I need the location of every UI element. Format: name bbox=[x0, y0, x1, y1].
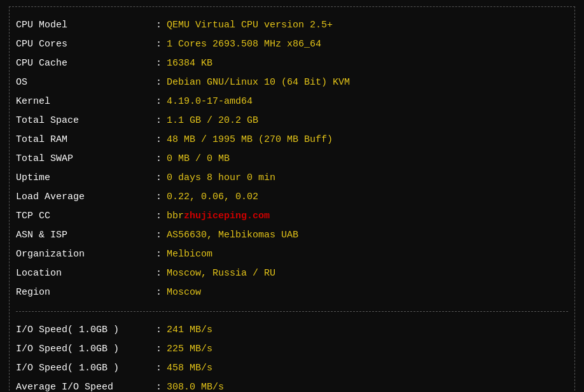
row-label: TCP CC bbox=[16, 209, 156, 224]
row-colon: : bbox=[156, 94, 162, 109]
row-value: 4.19.0-17-amd64 bbox=[167, 94, 253, 109]
row-value: 458 MB/s bbox=[167, 361, 212, 376]
row-colon: : bbox=[156, 190, 162, 205]
row-colon: : bbox=[156, 37, 162, 52]
system-row: TCP CC: bbr zhujiceping.com bbox=[16, 207, 568, 226]
row-value: Debian GNU/Linux 10 (64 Bit) KVM bbox=[167, 75, 350, 90]
io-section: I/O Speed( 1.0GB ): 241 MB/sI/O Speed( 1… bbox=[16, 317, 568, 392]
row-label: I/O Speed( 1.0GB ) bbox=[16, 361, 156, 376]
row-label: Total RAM bbox=[16, 132, 156, 148]
row-colon: : bbox=[156, 361, 162, 376]
row-colon: : bbox=[156, 113, 162, 129]
system-row: Total RAM: 48 MB / 1995 MB (270 MB Buff) bbox=[16, 130, 568, 150]
row-label: Location bbox=[16, 266, 156, 281]
system-info-section: CPU Model: QEMU Virtual CPU version 2.5+… bbox=[16, 12, 568, 306]
row-label: ASN & ISP bbox=[16, 228, 156, 243]
row-value: 1.1 GB / 20.2 GB bbox=[167, 113, 258, 129]
system-row: Uptime: 0 days 8 hour 0 min bbox=[16, 169, 568, 188]
row-label: Kernel bbox=[16, 94, 156, 109]
io-row: I/O Speed( 1.0GB ): 241 MB/s bbox=[16, 321, 568, 340]
row-value: QEMU Virtual CPU version 2.5+ bbox=[167, 18, 333, 33]
row-value: 48 MB / 1995 MB (270 MB Buff) bbox=[167, 132, 333, 148]
row-value: 0 MB / 0 MB bbox=[167, 151, 230, 167]
system-row: Kernel: 4.19.0-17-amd64 bbox=[16, 92, 568, 111]
row-label: Organization bbox=[16, 247, 156, 262]
system-row: Load Average: 0.22, 0.06, 0.02 bbox=[16, 188, 568, 207]
row-colon: : bbox=[156, 132, 162, 148]
io-row: I/O Speed( 1.0GB ): 458 MB/s bbox=[16, 359, 568, 378]
row-colon: : bbox=[156, 342, 162, 357]
system-row: OS: Debian GNU/Linux 10 (64 Bit) KVM bbox=[16, 73, 568, 92]
row-colon: : bbox=[156, 266, 162, 281]
row-value: 308.0 MB/s bbox=[167, 380, 224, 392]
system-row: CPU Model: QEMU Virtual CPU version 2.5+ bbox=[16, 16, 568, 35]
system-row: CPU Cache: 16384 KB bbox=[16, 54, 568, 73]
row-value: 0 days 8 hour 0 min bbox=[167, 171, 275, 186]
row-label: Total Space bbox=[16, 113, 156, 129]
row-value-part: zhujiceping.com bbox=[184, 209, 270, 224]
row-value: Moscow bbox=[167, 285, 201, 300]
main-container: CPU Model: QEMU Virtual CPU version 2.5+… bbox=[9, 6, 575, 392]
system-row: Total Space: 1.1 GB / 20.2 GB bbox=[16, 111, 568, 130]
row-colon: : bbox=[156, 171, 162, 186]
row-label: I/O Speed( 1.0GB ) bbox=[16, 342, 156, 357]
row-colon: : bbox=[156, 56, 162, 71]
system-row: Location: Moscow, Russia / RU bbox=[16, 264, 568, 283]
row-colon: : bbox=[156, 209, 162, 224]
row-value: 225 MB/s bbox=[167, 342, 212, 357]
system-row: CPU Cores: 1 Cores 2693.508 MHz x86_64 bbox=[16, 35, 568, 54]
row-label: CPU Cores bbox=[16, 37, 156, 52]
system-row: Total SWAP: 0 MB / 0 MB bbox=[16, 150, 568, 169]
row-value: Melbicom bbox=[167, 247, 212, 262]
row-colon: : bbox=[156, 380, 162, 392]
row-colon: : bbox=[156, 75, 162, 90]
row-label: CPU Cache bbox=[16, 56, 156, 71]
row-value: 0.22, 0.06, 0.02 bbox=[167, 190, 258, 205]
row-label: CPU Model bbox=[16, 18, 156, 33]
row-value: 16384 KB bbox=[167, 56, 212, 71]
row-label: OS bbox=[16, 75, 156, 90]
row-label: Total SWAP bbox=[16, 151, 156, 167]
row-colon: : bbox=[156, 247, 162, 262]
row-colon: : bbox=[156, 285, 162, 300]
system-row: Organization: Melbicom bbox=[16, 245, 568, 264]
row-value: AS56630, Melbikomas UAB bbox=[167, 228, 298, 243]
io-row: Average I/O Speed: 308.0 MB/s bbox=[16, 378, 568, 392]
row-colon: : bbox=[156, 151, 162, 167]
row-label: Region bbox=[16, 285, 156, 300]
row-colon: : bbox=[156, 18, 162, 33]
row-value: 241 MB/s bbox=[167, 323, 212, 338]
row-label: I/O Speed( 1.0GB ) bbox=[16, 323, 156, 338]
io-row: I/O Speed( 1.0GB ): 225 MB/s bbox=[16, 340, 568, 359]
row-label: Average I/O Speed bbox=[16, 380, 156, 392]
row-label: Load Average bbox=[16, 190, 156, 205]
row-value-part: bbr bbox=[167, 209, 184, 224]
row-value: Moscow, Russia / RU bbox=[167, 266, 275, 281]
row-value: 1 Cores 2693.508 MHz x86_64 bbox=[167, 37, 321, 52]
system-row: ASN & ISP: AS56630, Melbikomas UAB bbox=[16, 226, 568, 245]
row-colon: : bbox=[156, 323, 162, 338]
system-row: Region: Moscow bbox=[16, 283, 568, 302]
row-label: Uptime bbox=[16, 171, 156, 186]
row-colon: : bbox=[156, 228, 162, 243]
section-divider bbox=[16, 311, 568, 312]
